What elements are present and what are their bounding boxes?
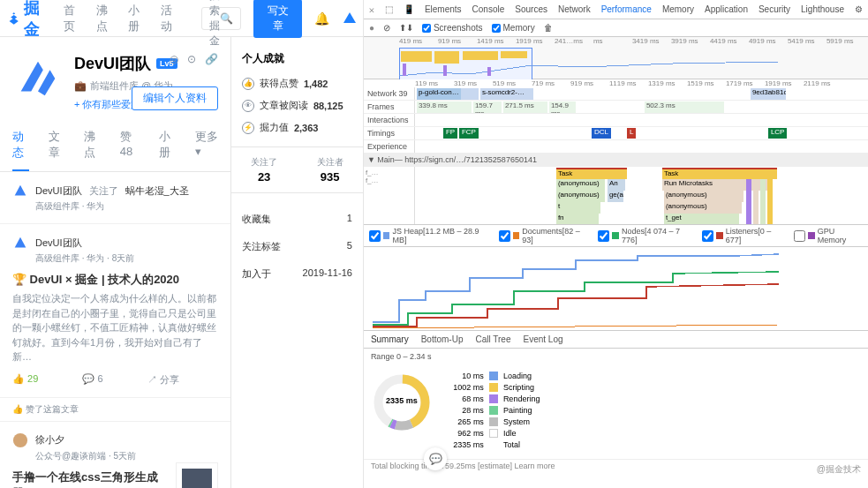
feed-meta: 公众号@趣谈前端 · 5天前 xyxy=(35,450,218,462)
fn-bar[interactable]: t xyxy=(556,202,600,214)
panel-console[interactable]: Console xyxy=(472,4,505,14)
comment-count[interactable]: 💬 6 xyxy=(82,373,102,387)
share-button[interactable]: ↗ 分享 xyxy=(147,373,179,387)
frame-bar[interactable]: 339.8 ms xyxy=(417,101,472,113)
panel-network[interactable]: Network xyxy=(558,4,591,14)
fcp-marker[interactable]: FCP xyxy=(459,128,479,139)
sidebar-kv[interactable]: 关注标签5 xyxy=(242,233,352,260)
device-icon[interactable]: 📱 xyxy=(404,4,414,14)
followers-stat[interactable]: 关注者935 xyxy=(297,156,363,184)
following-stat[interactable]: 关注了23 xyxy=(231,156,298,184)
search-input[interactable]: 搜索掘金 🔍 xyxy=(201,7,241,30)
timeline-overview[interactable]: 419 ms919 ms1419 ms1919 ms241…msms3419 m… xyxy=(364,37,868,79)
nav-books[interactable]: 小册 xyxy=(128,3,148,34)
fn-bar[interactable]: (anonymous) xyxy=(556,179,605,191)
devtools-close-icon[interactable]: ⨉ xyxy=(369,4,374,15)
gpu-checkbox[interactable]: GPU Memory xyxy=(794,227,863,244)
track-interactions[interactable]: Interactions xyxy=(364,114,415,126)
tab-books[interactable]: 小册 xyxy=(159,120,176,171)
load-icon[interactable]: ⬆⬇ xyxy=(399,23,413,33)
tab-articles[interactable]: 文章 xyxy=(49,120,65,171)
flame-chart[interactable]: 119 ms319 ms519 ms719 ms919 ms1119 ms131… xyxy=(364,79,868,225)
track-timings[interactable]: Timings xyxy=(364,127,415,139)
tab-likes[interactable]: 赞 48 xyxy=(120,120,140,171)
tab-pins[interactable]: 沸点 xyxy=(84,120,101,171)
fn-bar[interactable]: t_get xyxy=(664,214,739,225)
inspect-icon[interactable]: ⬚ xyxy=(385,4,393,14)
track-experience[interactable]: Experience xyxy=(364,140,415,153)
settings-icon[interactable]: ⚙ xyxy=(855,4,863,14)
tab-activity[interactable]: 动态 xyxy=(12,120,29,171)
panel-performance[interactable]: Performance xyxy=(601,4,652,14)
trash-icon[interactable]: 🗑 xyxy=(544,23,553,33)
record-icon[interactable]: ● xyxy=(369,23,374,33)
panel-elements[interactable]: Elements xyxy=(425,4,462,14)
panel-security[interactable]: Security xyxy=(759,4,790,14)
frame-bar[interactable]: 159.7 ms xyxy=(473,101,502,113)
frame-bar[interactable]: 271.5 ms xyxy=(503,101,547,113)
track-frames[interactable]: Frames xyxy=(364,101,415,113)
frame-bar[interactable]: 502.3 ms xyxy=(645,101,724,113)
panel-application[interactable]: Application xyxy=(705,4,748,14)
edit-profile-button[interactable]: 编辑个人资料 xyxy=(132,86,218,110)
power-icon: ⚡ xyxy=(242,122,254,134)
tab-more[interactable]: 更多 ▾ xyxy=(195,120,218,171)
docs-checkbox[interactable]: Documents[82 – 93] xyxy=(499,227,590,244)
fab-button[interactable]: 💬 xyxy=(424,447,447,470)
fn-bar[interactable]: (anonymous) xyxy=(664,202,742,214)
feed-title: 🏆 DevUI × 掘金 | 技术人的2020 xyxy=(12,272,218,288)
task-bar[interactable]: Task xyxy=(662,168,777,179)
feed-item[interactable]: DevUI团队 高级组件库 · 华为 · 8天前 🏆 DevUI × 掘金 | … xyxy=(0,224,230,398)
memory-checkbox[interactable]: Memory xyxy=(492,23,535,33)
panel-memory[interactable]: Memory xyxy=(662,4,694,14)
fn-bar[interactable]: ge(at…) xyxy=(608,191,623,202)
svg-rect-6 xyxy=(401,51,432,62)
nodes-checkbox[interactable]: Nodes[4 074 – 7 776] xyxy=(598,227,693,244)
dcl-marker[interactable]: DCL xyxy=(592,128,611,139)
fn-bar[interactable]: An xyxy=(608,179,625,191)
write-button[interactable]: 写文章 xyxy=(253,0,302,38)
frame-bar[interactable]: 154.9 ms xyxy=(549,101,576,113)
bottomup-tab[interactable]: Bottom-Up xyxy=(421,334,464,344)
panel-lighthouse[interactable]: Lighthouse xyxy=(801,4,844,14)
network-bar[interactable]: p-gold-con… xyxy=(417,88,461,100)
nav-home[interactable]: 首页 xyxy=(64,3,84,34)
link-icon[interactable]: 🔗 xyxy=(205,53,218,65)
lcp-marker[interactable]: LCP xyxy=(768,128,788,139)
user-avatar-icon[interactable] xyxy=(342,11,356,26)
svg-rect-3 xyxy=(182,468,213,488)
panel-sources[interactable]: Sources xyxy=(515,4,547,14)
listeners-checkbox[interactable]: Listeners[0 – 677] xyxy=(702,227,785,244)
weibo-icon[interactable]: ◎ xyxy=(170,53,178,65)
like-label: 👍 赞了这篇文章 xyxy=(0,398,230,422)
fn-bar[interactable]: (anonymous) xyxy=(664,191,743,202)
sidebar-kv[interactable]: 收藏集1 xyxy=(242,206,352,233)
screenshots-checkbox[interactable]: Screenshots xyxy=(422,23,483,33)
feed-item[interactable]: 徐小夕 公众号@趣谈前端 · 5天前 手撸一个在线css三角形生成器 为了提高 … xyxy=(0,422,230,489)
nav-events[interactable]: 活动 xyxy=(161,3,181,34)
feed-author: DevUI团队 xyxy=(35,184,82,198)
logo[interactable]: 掘金 xyxy=(7,0,51,40)
github-icon[interactable]: ⊙ xyxy=(187,53,196,65)
heap-checkbox[interactable]: JS Heap[11.2 MB – 28.9 MB] xyxy=(369,227,490,244)
calltree-tab[interactable]: Call Tree xyxy=(475,334,510,344)
fn-bar[interactable]: (anonymous) xyxy=(556,191,605,202)
nav-pins[interactable]: 沸点 xyxy=(96,3,117,34)
eventlog-tab[interactable]: Event Log xyxy=(523,334,562,344)
svg-rect-8 xyxy=(463,51,498,60)
like-count[interactable]: 👍 29 xyxy=(12,373,38,387)
l-marker[interactable]: L xyxy=(627,128,636,139)
task-bar[interactable]: Task xyxy=(556,168,627,179)
feed-item[interactable]: DevUI团队 关注了 蜗牛老湿_大圣 高级组件库 · 华为 xyxy=(0,172,230,224)
summary-tab[interactable]: Summary xyxy=(371,334,409,344)
fp-marker[interactable]: FP xyxy=(443,128,457,139)
donut-total: 2335 ms xyxy=(371,396,433,405)
network-bar[interactable]: s-somcdr2-… xyxy=(480,88,533,100)
track-network[interactable]: Network 39 xyxy=(364,87,415,100)
clear-icon[interactable]: ⊘ xyxy=(383,23,390,33)
flame-ruler: 119 ms319 ms519 ms719 ms919 ms1119 ms131… xyxy=(364,79,868,87)
fn-bar[interactable]: fn xyxy=(556,214,599,225)
memory-chart[interactable] xyxy=(364,247,868,331)
network-bar[interactable]: 9ed3ab81c… xyxy=(751,88,786,100)
bell-icon[interactable]: 🔔 xyxy=(314,11,329,26)
